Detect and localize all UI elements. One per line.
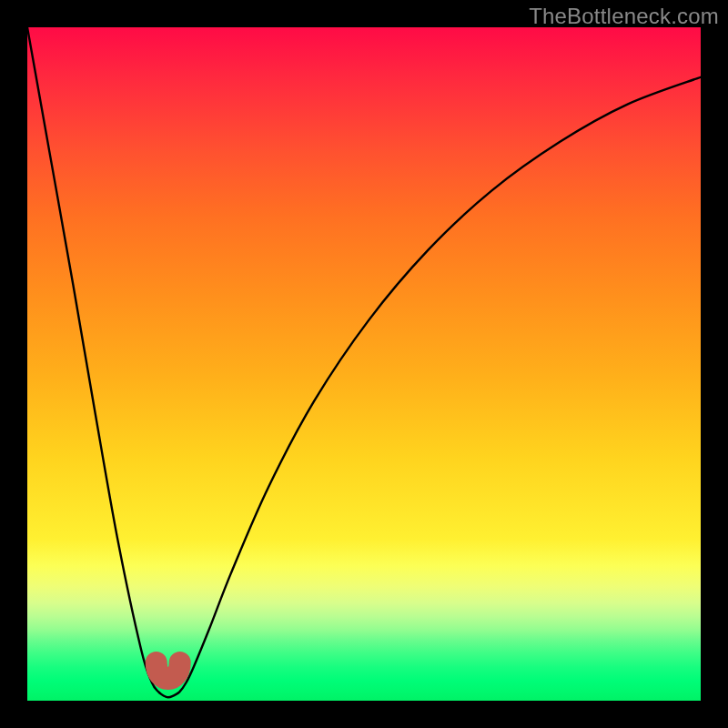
curve-svg — [27, 27, 701, 701]
bottleneck-curve — [27, 27, 701, 697]
minimum-marker — [157, 662, 180, 679]
watermark-text: TheBottleneck.com — [529, 4, 719, 29]
outer-frame: TheBottleneck.com — [0, 0, 728, 728]
plot-area — [27, 27, 701, 701]
